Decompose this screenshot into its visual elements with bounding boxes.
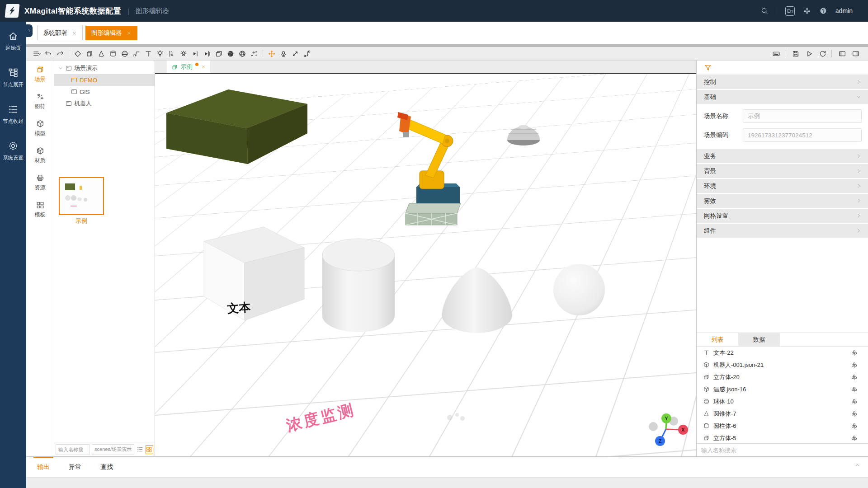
align-right-icon[interactable] bbox=[189, 48, 201, 60]
list-item[interactable]: 圆锥体-7 bbox=[697, 408, 868, 420]
section-fog[interactable]: 雾效 bbox=[697, 194, 868, 208]
diamond-icon[interactable] bbox=[72, 48, 84, 60]
list-item[interactable]: 立方体-20 bbox=[697, 371, 868, 383]
cylinder-object[interactable] bbox=[322, 239, 395, 332]
play-icon[interactable] bbox=[803, 48, 815, 60]
tree-search-input[interactable] bbox=[56, 444, 90, 455]
funnel-icon[interactable] bbox=[704, 64, 712, 72]
tab-symbol[interactable]: 图符 bbox=[26, 88, 54, 115]
locate-icon[interactable] bbox=[850, 361, 858, 369]
distribute-icon[interactable] bbox=[201, 48, 213, 60]
tree-item-demo[interactable]: DEMO bbox=[54, 74, 155, 86]
sidebar-expand-handle[interactable] bbox=[26, 24, 33, 37]
tab-list[interactable]: 列表 bbox=[697, 333, 738, 346]
tree-item-robot[interactable]: 机器人 bbox=[54, 98, 155, 109]
tab-errors[interactable]: 异常 bbox=[65, 457, 85, 477]
list-item[interactable]: 机器人-001.json-21 bbox=[697, 359, 868, 371]
list-item[interactable]: 温感.json-16 bbox=[697, 383, 868, 395]
cube-icon[interactable] bbox=[84, 48, 95, 60]
list-item[interactable]: 圆柱体-6 bbox=[697, 420, 868, 432]
section-basic[interactable]: 基础 bbox=[697, 90, 868, 104]
locate-icon[interactable] bbox=[850, 410, 858, 418]
scale-icon[interactable] bbox=[289, 48, 301, 60]
section-components[interactable]: 组件 bbox=[697, 224, 868, 238]
dome-object[interactable] bbox=[507, 125, 540, 146]
cone-icon[interactable] bbox=[95, 48, 107, 60]
tab-system-deploy[interactable]: 系统部署 bbox=[37, 26, 83, 40]
compress-icon[interactable] bbox=[803, 7, 811, 15]
save-icon[interactable] bbox=[790, 48, 802, 60]
scene-overlay-text[interactable]: 浓度监测 bbox=[284, 400, 358, 434]
collapse-panel-icon[interactable] bbox=[854, 462, 861, 469]
search-icon[interactable] bbox=[760, 7, 769, 15]
locate-icon[interactable] bbox=[850, 385, 858, 393]
locate-icon[interactable] bbox=[850, 349, 858, 357]
cone-object[interactable] bbox=[442, 267, 512, 333]
section-business[interactable]: 业务 bbox=[697, 149, 868, 163]
close-icon[interactable] bbox=[201, 65, 206, 69]
earth-icon[interactable] bbox=[225, 48, 236, 60]
list-item[interactable]: 立方体-5 bbox=[697, 432, 868, 444]
section-control[interactable]: 控制 bbox=[697, 75, 868, 89]
scene-name-input[interactable] bbox=[743, 109, 862, 123]
viewport-tab-example[interactable]: 示例 bbox=[167, 61, 210, 73]
menu-icon[interactable] bbox=[31, 48, 42, 60]
redo-icon[interactable] bbox=[54, 48, 66, 60]
layers-icon[interactable] bbox=[213, 48, 225, 60]
close-icon[interactable] bbox=[127, 31, 132, 36]
tab-scene[interactable]: 场景 bbox=[26, 61, 54, 88]
outline-icon[interactable] bbox=[166, 48, 178, 60]
axis-gizmo[interactable]: Y X Z bbox=[649, 413, 688, 446]
locate-icon[interactable] bbox=[850, 373, 858, 381]
tab-graphic-editor[interactable]: 图形编辑器 bbox=[85, 26, 137, 40]
section-grid-settings[interactable]: 网格设置 bbox=[697, 209, 868, 223]
sidebar-item-nodes-collapse[interactable]: 节点收起 bbox=[0, 95, 26, 131]
tab-model[interactable]: 模型 bbox=[26, 115, 54, 142]
section-background[interactable]: 背景 bbox=[697, 164, 868, 178]
sidebar-item-settings[interactable]: 系统设置 bbox=[0, 131, 26, 168]
pipe-icon[interactable] bbox=[131, 48, 142, 60]
sparkles-icon[interactable] bbox=[248, 48, 260, 60]
panel-right-icon[interactable] bbox=[850, 48, 862, 60]
refresh-icon[interactable] bbox=[817, 48, 829, 60]
tab-resource[interactable]: 资源 bbox=[26, 169, 54, 196]
tab-output[interactable]: 输出 bbox=[33, 457, 53, 477]
viewport-3d[interactable]: 示例 bbox=[155, 61, 696, 456]
sphere-object[interactable] bbox=[553, 264, 605, 315]
tab-template[interactable]: 模板 bbox=[26, 196, 54, 223]
section-environment[interactable]: 环境 bbox=[697, 179, 868, 193]
sidebar-item-home[interactable]: 起始页 bbox=[0, 22, 26, 58]
language-icon[interactable]: En bbox=[785, 6, 795, 16]
grid-view-icon[interactable] bbox=[146, 445, 153, 454]
scene-thumbnail[interactable] bbox=[59, 177, 104, 215]
tree-item-scene-demo-folder[interactable]: 场景演示 bbox=[54, 62, 155, 74]
robot-arm-object[interactable] bbox=[397, 112, 461, 225]
cylinder-icon[interactable] bbox=[107, 48, 119, 60]
help-icon[interactable] bbox=[819, 7, 827, 15]
path-icon[interactable] bbox=[301, 48, 313, 60]
chevron-down-icon[interactable] bbox=[58, 66, 63, 71]
text-icon[interactable] bbox=[142, 48, 154, 60]
list-item[interactable]: 球体-10 bbox=[697, 395, 868, 408]
close-icon[interactable] bbox=[72, 31, 77, 36]
sphere-icon[interactable] bbox=[119, 48, 131, 60]
globe-grid-icon[interactable] bbox=[236, 48, 248, 60]
list-item[interactable]: 文本-22 bbox=[697, 347, 868, 359]
locate-icon[interactable] bbox=[850, 398, 858, 405]
tab-find[interactable]: 查找 bbox=[97, 457, 117, 477]
lamp-icon[interactable] bbox=[178, 48, 189, 60]
locate-icon[interactable] bbox=[850, 434, 858, 442]
tab-data[interactable]: 数据 bbox=[738, 333, 780, 346]
tab-material[interactable]: 材质 bbox=[26, 142, 54, 169]
sidebar-item-nodes-expand[interactable]: 节点展开 bbox=[0, 58, 26, 95]
list-view-icon[interactable] bbox=[136, 445, 144, 454]
object-search-input[interactable] bbox=[697, 443, 868, 456]
panel-left-icon[interactable] bbox=[836, 48, 848, 60]
gimbal-icon[interactable] bbox=[278, 48, 289, 60]
keyboard-icon[interactable] bbox=[770, 48, 782, 60]
user-name[interactable]: admin bbox=[835, 7, 853, 14]
tree-item-gis[interactable]: GIS bbox=[54, 86, 155, 98]
locate-icon[interactable] bbox=[850, 422, 858, 430]
green-cube-object[interactable] bbox=[166, 89, 307, 164]
move-icon[interactable] bbox=[266, 48, 278, 60]
